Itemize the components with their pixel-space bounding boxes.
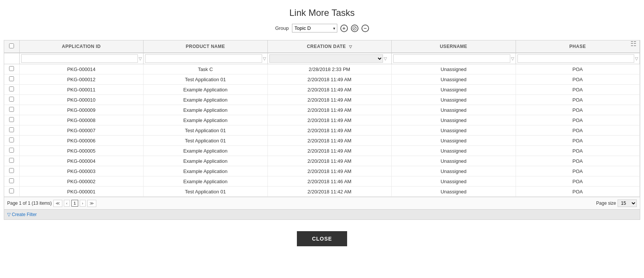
close-button[interactable]: CLOSE bbox=[297, 231, 347, 246]
row-application-id: PKG-000010 bbox=[19, 95, 144, 105]
row-product-name: Example Application bbox=[144, 166, 268, 176]
header-product-name[interactable]: PRODUCT NAME bbox=[144, 40, 268, 53]
filter-application-id-icon[interactable]: ▽ bbox=[139, 56, 142, 61]
row-username: Unassigned bbox=[392, 166, 516, 176]
create-filter-link[interactable]: ▽ Create Filter bbox=[7, 212, 37, 217]
row-checkbox-cell bbox=[4, 136, 19, 146]
select-all-checkbox[interactable] bbox=[9, 43, 14, 48]
first-page-button[interactable]: ≪ bbox=[53, 200, 62, 207]
row-application-id: PKG-000007 bbox=[19, 125, 144, 136]
row-checkbox[interactable] bbox=[9, 76, 14, 81]
row-checkbox-cell bbox=[4, 74, 19, 85]
header-phase[interactable]: PHASE bbox=[516, 40, 640, 53]
row-phase: POA bbox=[516, 64, 640, 74]
edit-group-button[interactable]: ⊘ bbox=[351, 25, 358, 32]
row-checkbox[interactable] bbox=[9, 137, 14, 142]
row-username: Unassigned bbox=[392, 74, 516, 85]
next-page-button[interactable]: › bbox=[80, 200, 86, 207]
row-checkbox[interactable] bbox=[9, 148, 14, 153]
filter-username-icon[interactable]: ▽ bbox=[511, 56, 514, 61]
table-row: PKG-000005Example Application2/20/2018 1… bbox=[4, 146, 640, 156]
row-username: Unassigned bbox=[392, 176, 516, 187]
row-application-id: PKG-000001 bbox=[19, 187, 144, 197]
row-product-name: Example Application bbox=[144, 156, 268, 166]
row-username: Unassigned bbox=[392, 115, 516, 125]
row-username: Unassigned bbox=[392, 125, 516, 136]
row-checkbox[interactable] bbox=[9, 158, 14, 163]
filter-application-id-input[interactable] bbox=[21, 54, 138, 63]
row-creation-date: 2/20/2018 11:49 AM bbox=[267, 115, 392, 125]
row-product-name: Example Application bbox=[144, 176, 268, 187]
row-username: Unassigned bbox=[392, 146, 516, 156]
page-size-label: Page size bbox=[596, 201, 616, 206]
table-row: PKG-000004Example Application2/20/2018 1… bbox=[4, 156, 640, 166]
row-phase: POA bbox=[516, 146, 640, 156]
remove-group-button[interactable]: − bbox=[361, 25, 369, 32]
prev-page-button[interactable]: ‹ bbox=[64, 200, 70, 207]
page-title: Link More Tasks bbox=[0, 0, 644, 24]
filter-phase-icon[interactable]: ▽ bbox=[635, 56, 638, 61]
table-row: PKG-000010Example Application2/20/2018 1… bbox=[4, 95, 640, 105]
filter-phase-input[interactable] bbox=[517, 54, 635, 63]
row-product-name: Test Application 01 bbox=[144, 125, 268, 136]
row-creation-date: 2/20/2018 11:49 AM bbox=[267, 85, 392, 95]
row-phase: POA bbox=[516, 85, 640, 95]
footer: CLOSE bbox=[0, 220, 644, 258]
row-username: Unassigned bbox=[392, 95, 516, 105]
table-row: PKG-000008Example Application2/20/2018 1… bbox=[4, 115, 640, 125]
last-page-button[interactable]: ≫ bbox=[87, 200, 96, 207]
row-product-name: Test Application 01 bbox=[144, 187, 268, 197]
row-checkbox[interactable] bbox=[9, 97, 14, 102]
row-checkbox[interactable] bbox=[9, 188, 14, 193]
grid-view-icon[interactable]: ☷ bbox=[630, 40, 636, 48]
current-page-button[interactable]: 1 bbox=[71, 200, 78, 207]
row-product-name: Example Application bbox=[144, 115, 268, 125]
row-checkbox-cell bbox=[4, 85, 19, 95]
row-checkbox[interactable] bbox=[9, 66, 14, 71]
row-product-name: Example Application bbox=[144, 85, 268, 95]
table-body: PKG-000014Task C2/28/2018 2:33 PMUnassig… bbox=[4, 64, 640, 197]
row-phase: POA bbox=[516, 125, 640, 136]
filter-product-name-cell: ▽ bbox=[144, 53, 268, 64]
filter-username-cell: ▽ bbox=[392, 53, 516, 64]
row-checkbox[interactable] bbox=[9, 86, 14, 91]
page-size-wrapper: Page size 15 25 50 100 bbox=[596, 199, 637, 207]
table-row: PKG-000007Test Application 012/20/2018 1… bbox=[4, 125, 640, 136]
filter-username-input[interactable] bbox=[393, 54, 510, 63]
row-application-id: PKG-000012 bbox=[19, 74, 144, 85]
row-application-id: PKG-000014 bbox=[19, 64, 144, 74]
header-creation-date[interactable]: CREATION DATE ▽ bbox=[267, 40, 392, 53]
row-checkbox[interactable] bbox=[9, 168, 14, 173]
main-table: APPLICATION ID PRODUCT NAME CREATION DAT… bbox=[4, 40, 640, 197]
filter-product-name-input[interactable] bbox=[145, 54, 262, 63]
row-application-id: PKG-000004 bbox=[19, 156, 144, 166]
table-row: PKG-000012Test Application 012/20/2018 1… bbox=[4, 74, 640, 85]
table-header-row: APPLICATION ID PRODUCT NAME CREATION DAT… bbox=[4, 40, 640, 53]
row-checkbox[interactable] bbox=[9, 178, 14, 183]
page-size-select[interactable]: 15 25 50 100 bbox=[618, 199, 637, 207]
main-table-wrapper: APPLICATION ID PRODUCT NAME CREATION DAT… bbox=[4, 40, 640, 220]
row-application-id: PKG-000005 bbox=[19, 146, 144, 156]
header-username[interactable]: USERNAME bbox=[392, 40, 516, 53]
table-row: PKG-000011Example Application2/20/2018 1… bbox=[4, 85, 640, 95]
group-select[interactable]: Topic A Topic B Topic C Topic D bbox=[292, 24, 337, 32]
toolbar-right: ☷ bbox=[630, 40, 636, 48]
row-checkbox[interactable] bbox=[9, 117, 14, 122]
row-phase: POA bbox=[516, 176, 640, 187]
filter-checkbox-col bbox=[4, 53, 19, 64]
header-application-id[interactable]: APPLICATION ID bbox=[19, 40, 144, 53]
row-checkbox[interactable] bbox=[9, 127, 14, 132]
row-product-name: Example Application bbox=[144, 95, 268, 105]
row-checkbox[interactable] bbox=[9, 107, 14, 112]
row-checkbox-cell bbox=[4, 187, 19, 197]
add-group-button[interactable]: + bbox=[340, 25, 348, 32]
filter-creation-date-icon[interactable]: ▽ bbox=[384, 56, 387, 61]
table-row: PKG-000001Test Application 012/20/2018 1… bbox=[4, 187, 640, 197]
filter-product-name-icon[interactable]: ▽ bbox=[263, 56, 266, 61]
row-checkbox-cell bbox=[4, 156, 19, 166]
row-creation-date: 2/20/2018 11:46 AM bbox=[267, 176, 392, 187]
filter-creation-date-select[interactable] bbox=[269, 54, 383, 63]
header-checkbox-col bbox=[4, 40, 19, 53]
row-checkbox-cell bbox=[4, 125, 19, 136]
row-phase: POA bbox=[516, 115, 640, 125]
